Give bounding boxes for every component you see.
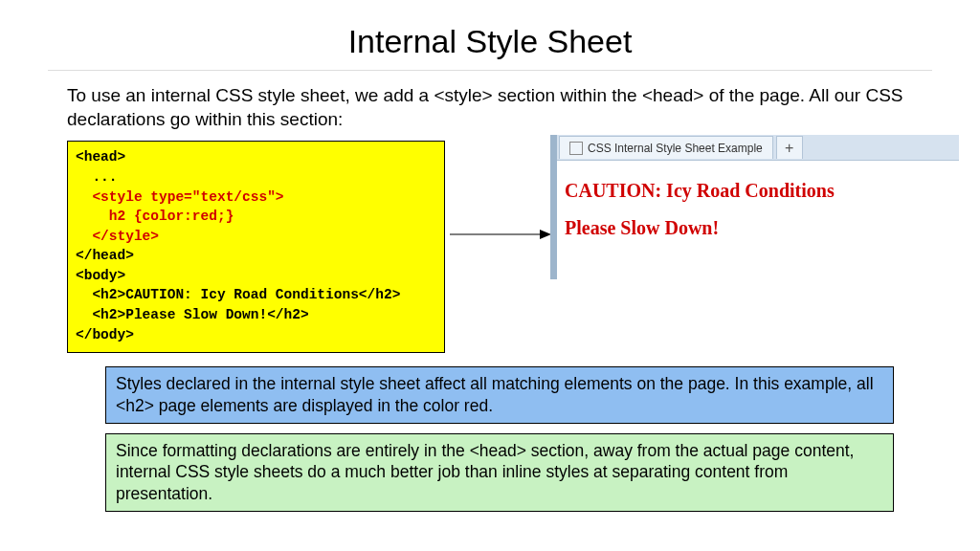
rendered-heading-1: CAUTION: Icy Road Conditions <box>565 180 951 202</box>
code-example: <head> ... <style type="text/css"> h2 {c… <box>67 141 445 353</box>
code-line-style-open: <style type="text/css"> <box>76 189 284 205</box>
code-line-rule: h2 {color:red;} <box>76 209 234 224</box>
note-green: Since formatting declarations are entire… <box>105 433 894 512</box>
intro-text: To use an internal CSS style sheet, we a… <box>67 84 913 131</box>
browser-mock: CSS Internal Style Sheet Example + CAUTI… <box>550 135 959 279</box>
title-rule <box>48 70 932 71</box>
code-line-style-close: </style> <box>76 229 159 244</box>
code-line: <head> <box>76 149 125 165</box>
code-line: </body> <box>76 327 134 342</box>
code-line: ... <box>76 169 118 185</box>
code-line: <h2>CAUTION: Icy Road Conditions</h2> <box>76 287 400 302</box>
note-blue: Styles declared in the internal style sh… <box>105 366 894 424</box>
arrow-icon <box>448 225 553 244</box>
tab-label: CSS Internal Style Sheet Example <box>588 142 763 155</box>
browser-tab[interactable]: CSS Internal Style Sheet Example <box>559 136 773 159</box>
code-line: <body> <box>76 268 125 283</box>
example-row: <head> ... <style type="text/css"> h2 {c… <box>67 141 913 353</box>
new-tab-button[interactable]: + <box>776 136 803 159</box>
page-icon <box>569 142 583 155</box>
code-line: <h2>Please Slow Down!</h2> <box>76 307 309 322</box>
rendered-heading-2: Please Slow Down! <box>565 217 951 239</box>
browser-tabbar: CSS Internal Style Sheet Example + <box>557 135 959 161</box>
code-line: </head> <box>76 248 134 263</box>
slide-title: Internal Style Sheet <box>48 23 932 60</box>
browser-content: CAUTION: Icy Road Conditions Please Slow… <box>557 161 959 279</box>
